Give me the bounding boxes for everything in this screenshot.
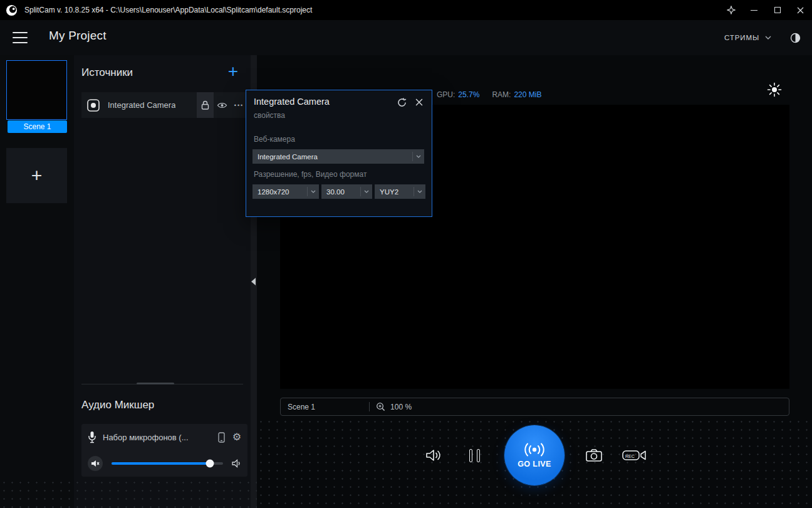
sources-title: Источники (81, 66, 133, 79)
divider (369, 402, 370, 411)
theme-toggle-button[interactable] (790, 33, 801, 43)
ram-label: RAM: (492, 90, 511, 99)
popup-title: Integrated Camera (254, 97, 330, 107)
speaker-icon (232, 459, 241, 468)
add-source-button[interactable]: + (228, 63, 238, 80)
lock-source-button[interactable] (197, 92, 214, 118)
svg-text:REC: REC (625, 454, 635, 458)
project-title: My Project (49, 29, 107, 43)
chevron-down-icon (765, 36, 771, 40)
volume-slider-handle[interactable] (206, 460, 214, 468)
panel-resize-handle[interactable] (137, 383, 174, 384)
brightness-icon (766, 82, 783, 98)
popup-close-button[interactable] (415, 98, 423, 106)
scene-thumbnail[interactable] (6, 60, 67, 120)
preview-scene-bar: Scene 1 100 % (280, 398, 789, 416)
header-right: СТРИМЫ (724, 20, 801, 55)
titlebar: SplitCam v. 10.8.25 x64 - C:\Users\Lenou… (0, 0, 812, 20)
plus-icon: + (228, 61, 238, 81)
dotted-background (0, 479, 257, 508)
chevron-down-icon (307, 187, 319, 196)
preview-scene-name: Scene 1 (288, 403, 315, 411)
popup-subtitle: свойства (254, 111, 285, 120)
resolution-select-value: 1280x720 (252, 188, 307, 196)
refresh-button[interactable] (397, 98, 407, 107)
pause-button[interactable] (466, 447, 483, 464)
mixer-device-name: Набор микрофонов (... (103, 433, 214, 442)
menu-button[interactable] (13, 32, 28, 43)
scene-name-badge: Scene 1 (8, 120, 67, 133)
go-live-button[interactable]: GO LIVE (504, 425, 565, 485)
close-icon (415, 98, 423, 106)
webcam-select-value: Integrated Camera (252, 153, 412, 161)
resolution-select[interactable]: 1280x720 (252, 184, 319, 199)
audio-mixer-item: Набор микрофонов (... ⚙ (81, 424, 247, 477)
collapse-panel-icon[interactable] (251, 278, 256, 285)
webcam-select[interactable]: Integrated Camera (252, 149, 424, 164)
scenes-sidebar: Scene 1 + (0, 55, 74, 508)
plus-icon: + (31, 166, 43, 185)
chevron-down-icon (412, 152, 424, 161)
refresh-icon (397, 98, 407, 107)
window-title: SplitCam v. 10.8.25 x64 - C:\Users\Lenou… (24, 6, 312, 14)
add-scene-button[interactable]: + (6, 148, 67, 203)
audio-output-button[interactable] (422, 445, 445, 465)
zoom-in-icon (376, 402, 385, 411)
ram-value: 220 MiB (514, 90, 541, 99)
muted-speaker-icon (91, 460, 100, 467)
microphone-icon (88, 431, 96, 443)
minimize-button[interactable] (742, 0, 766, 20)
format-label: Разрешение, fps, Видео формат (254, 170, 367, 179)
chevron-down-icon (360, 187, 372, 196)
record-button[interactable]: REC (622, 447, 647, 464)
brightness-button[interactable] (766, 82, 783, 98)
lock-icon (201, 100, 209, 110)
source-item-actions: ••• (197, 92, 247, 118)
gear-icon[interactable]: ⚙ (232, 432, 241, 442)
performance-stats: GPU: 25.7% RAM: 220 MiB (437, 90, 541, 99)
maximize-button[interactable] (766, 0, 789, 20)
streams-dropdown[interactable]: СТРИМЫ (724, 34, 771, 41)
zoom-level: 100 % (390, 403, 412, 411)
sources-panel: Источники + Integrated Camera (74, 55, 251, 508)
video-format-select[interactable]: YUY2 (375, 184, 425, 199)
visibility-toggle-button[interactable] (214, 92, 231, 118)
source-item-camera[interactable]: Integrated Camera ••• (81, 92, 247, 118)
gpu-value: 25.7% (458, 90, 479, 99)
chevron-down-icon (414, 187, 425, 196)
go-live-label: GO LIVE (518, 460, 551, 468)
fps-select[interactable]: 30.00 (321, 184, 372, 199)
camera-source-icon (86, 98, 100, 112)
close-button[interactable] (789, 0, 812, 20)
eye-icon (217, 102, 227, 109)
zoom-button[interactable] (376, 402, 385, 411)
splitcam-window: SplitCam v. 10.8.25 x64 - C:\Users\Lenou… (0, 0, 812, 508)
source-label: Integrated Camera (108, 100, 175, 110)
volume-slider[interactable] (112, 462, 223, 465)
mute-button[interactable] (88, 456, 103, 471)
pause-icon (469, 449, 472, 462)
rec-icon: REC (622, 448, 646, 462)
pin-on-top-button[interactable] (719, 0, 742, 20)
fps-select-value: 30.00 (321, 188, 360, 196)
streams-label: СТРИМЫ (724, 34, 759, 41)
splitcam-logo-icon (6, 4, 18, 16)
speaker-icon (425, 448, 442, 463)
window-controls (719, 0, 812, 20)
contrast-icon (790, 33, 801, 43)
maximize-icon (774, 7, 781, 13)
phone-icon[interactable] (218, 432, 225, 443)
snapshot-button[interactable] (583, 445, 605, 465)
gpu-label: GPU: (437, 90, 455, 99)
volume-slider-fill (112, 462, 210, 465)
source-properties-popup: Integrated Camera свойства Веб-камера In… (246, 90, 432, 217)
source-more-button[interactable]: ••• (231, 92, 247, 118)
header: My Project СТРИМЫ (0, 20, 812, 55)
camera-icon (585, 448, 603, 463)
mixer-device-row[interactable]: Набор микрофонов (... ⚙ (81, 424, 247, 450)
audio-mixer-title: Аудио Микшер (81, 399, 154, 411)
mixer-volume-row (81, 450, 247, 477)
close-icon (797, 7, 804, 14)
star-icon (727, 6, 736, 14)
video-format-select-value: YUY2 (375, 188, 414, 196)
